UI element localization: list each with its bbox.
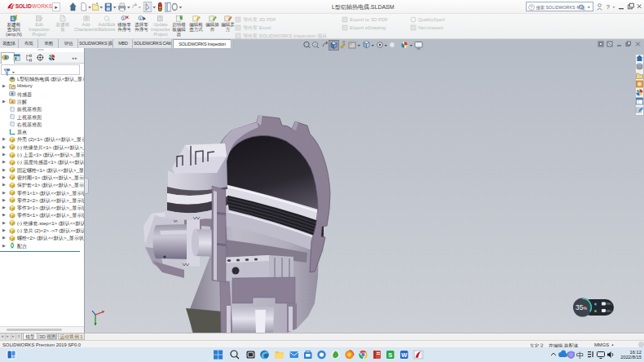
svg-text:W: W [401,351,408,359]
svg-text:REC: REC [607,302,613,306]
svg-text:S: S [388,351,392,359]
svg-text:?: ? [530,5,532,10]
svg-text:搜索 SOLIDWORKS 帮助: 搜索 SOLIDWORKS 帮助 [536,5,585,11]
svg-text:SOLID: SOLID [15,3,32,9]
svg-text:中: 中 [576,351,584,360]
svg-text:WORKS: WORKS [32,3,53,9]
svg-text:A: A [11,100,14,104]
svg-text:REC: REC [607,310,613,313]
svg-text:?: ? [607,3,611,11]
svg-text:A: A [85,16,87,20]
